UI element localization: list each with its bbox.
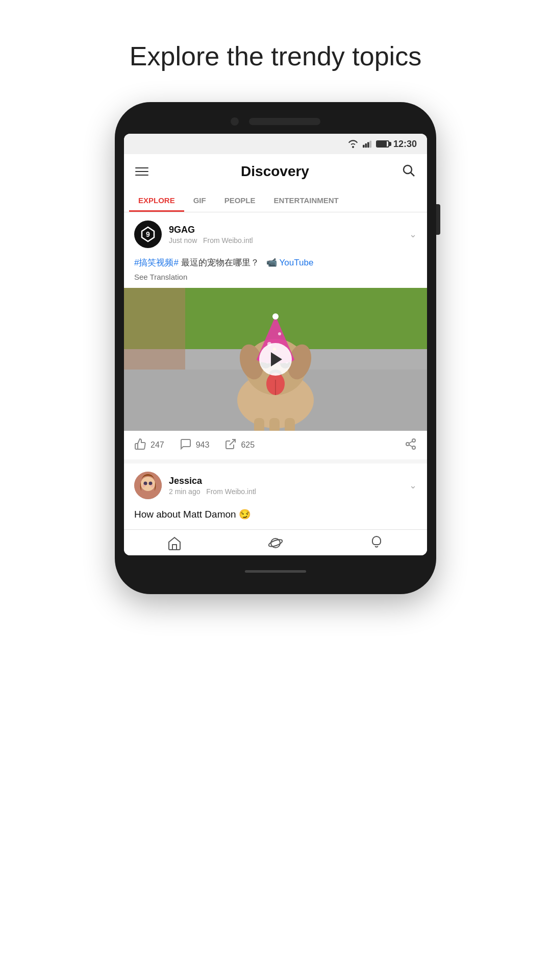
post-2-time-source: 2 min ago From Weibo.intl — [169, 487, 256, 496]
post-2-meta: Jessica 2 min ago From Weibo.intl — [169, 476, 256, 496]
post-2-author: Jessica — [169, 476, 256, 486]
comment-count: 943 — [196, 440, 210, 450]
svg-point-36 — [412, 446, 415, 449]
svg-rect-2 — [367, 142, 369, 148]
home-icon — [167, 536, 182, 550]
video-play-button[interactable] — [259, 343, 292, 376]
bottom-nav — [124, 529, 427, 555]
svg-rect-1 — [365, 143, 367, 148]
hamburger-menu-icon[interactable] — [135, 167, 148, 176]
post-1-time-source: Just now From Weibo.intl — [169, 236, 253, 244]
planet-icon — [268, 536, 283, 550]
post-1-meta: 9GAG Just now From Weibo.intl — [169, 225, 253, 244]
like-count: 247 — [151, 440, 164, 450]
tabs-bar: EXPLORE GIF PEOPLE ENTERTAINMENT — [124, 189, 427, 212]
svg-line-5 — [411, 173, 414, 176]
post-2-author-section: Jessica 2 min ago From Weibo.intl — [134, 472, 256, 499]
bell-icon — [369, 536, 384, 550]
side-button — [436, 204, 440, 235]
post-1-see-translation[interactable]: See Translation — [134, 272, 417, 283]
post-2-chevron-icon[interactable]: ⌄ — [409, 480, 417, 491]
repost-count: 625 — [241, 440, 255, 450]
phone-bottom — [124, 564, 427, 579]
phone-screen: 12:30 Discovery EXPLORE GIF PEOPLE ENTER… — [124, 134, 427, 555]
signal-icon — [363, 140, 372, 148]
svg-line-38 — [409, 442, 413, 444]
nav-notifications[interactable] — [326, 536, 427, 550]
post-2-text: How about Matt Damon 😏 — [124, 504, 427, 524]
home-indicator — [245, 570, 306, 573]
comment-icon — [180, 438, 192, 452]
tab-explore[interactable]: EXPLORE — [129, 189, 184, 212]
tab-gif[interactable]: GIF — [184, 189, 215, 212]
svg-point-40 — [141, 477, 155, 491]
svg-point-44 — [151, 484, 154, 487]
nav-discover[interactable] — [225, 536, 326, 550]
svg-rect-30 — [254, 418, 264, 431]
like-button[interactable]: 247 — [134, 438, 164, 452]
post-2-avatar[interactable] — [134, 472, 162, 499]
post-2-header: Jessica 2 min ago From Weibo.intl ⌄ — [124, 463, 427, 504]
svg-point-35 — [406, 443, 409, 446]
share-icon — [405, 438, 417, 452]
phone-top-bar — [124, 117, 427, 126]
search-button[interactable] — [402, 163, 416, 180]
svg-rect-31 — [269, 418, 280, 431]
svg-text:9: 9 — [146, 230, 150, 238]
post-1-hashtag[interactable]: #搞笑视频# — [134, 258, 179, 267]
phone-frame: 12:30 Discovery EXPLORE GIF PEOPLE ENTER… — [115, 102, 436, 594]
svg-point-27 — [278, 332, 281, 335]
svg-point-43 — [142, 484, 145, 487]
post-1-header: 9 9GAG Just now From Weibo.intl ⌄ — [124, 212, 427, 253]
svg-point-46 — [268, 538, 283, 548]
post-1-content: #搞笑视频# 最逗的宠物在哪里？ 📹 YouTube See Translati… — [124, 253, 427, 288]
svg-line-37 — [409, 445, 413, 447]
status-icons: 12:30 — [347, 139, 417, 150]
post-1-video-thumbnail[interactable] — [124, 288, 427, 431]
post-card-2: Jessica 2 min ago From Weibo.intl ⌄ How … — [124, 463, 427, 529]
wifi-icon — [347, 140, 359, 148]
status-bar: 12:30 — [124, 134, 427, 154]
tab-entertainment[interactable]: ENTERTAINMENT — [265, 189, 348, 212]
tab-people[interactable]: PEOPLE — [215, 189, 265, 212]
post-1-action-bar: 247 943 — [124, 431, 427, 459]
post-2-time: 2 min ago — [169, 487, 200, 496]
battery-icon — [376, 140, 389, 148]
app-header-title: Discovery — [241, 163, 309, 180]
post-1-youtube-link[interactable]: YouTube — [280, 258, 314, 267]
svg-rect-3 — [369, 141, 371, 148]
repost-button[interactable]: 625 — [224, 438, 255, 452]
status-time: 12:30 — [393, 139, 417, 150]
post-1-time: Just now — [169, 236, 197, 244]
post-2-source: From Weibo.intl — [206, 487, 256, 496]
svg-rect-32 — [285, 418, 295, 431]
post-1-author-section: 9 9GAG Just now From Weibo.intl — [134, 220, 253, 248]
like-icon — [134, 438, 146, 452]
post-card-1: 9 9GAG Just now From Weibo.intl ⌄ #搞笑视频# — [124, 212, 427, 463]
page-title: Explore the trendy topics — [130, 41, 421, 71]
post-1-chevron-icon[interactable]: ⌄ — [409, 229, 417, 240]
post-1-author: 9GAG — [169, 225, 253, 235]
post-1-avatar[interactable]: 9 — [134, 220, 162, 248]
svg-point-34 — [412, 439, 415, 442]
svg-point-4 — [404, 165, 412, 174]
speaker — [249, 118, 320, 125]
post-1-text: 最逗的宠物在哪里？ — [181, 258, 259, 267]
share-button[interactable] — [405, 438, 417, 452]
comment-button[interactable]: 943 — [180, 438, 210, 452]
svg-rect-0 — [363, 145, 365, 148]
front-camera — [231, 117, 239, 126]
svg-point-29 — [272, 313, 279, 320]
app-header: Discovery — [124, 154, 427, 189]
nav-home[interactable] — [124, 536, 225, 550]
repost-icon — [224, 438, 237, 452]
svg-line-33 — [230, 439, 235, 445]
post-1-source: From Weibo.intl — [203, 236, 253, 244]
